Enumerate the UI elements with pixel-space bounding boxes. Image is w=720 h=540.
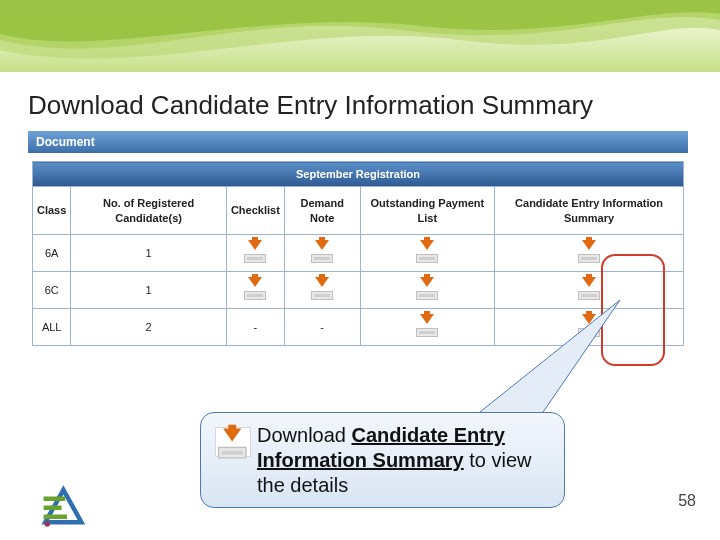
table-row: ALL2--: [33, 309, 684, 346]
download-icon[interactable]: [578, 278, 600, 300]
cell-demand-note[interactable]: [284, 272, 360, 309]
registration-table: September Registration Class No. of Regi…: [32, 161, 684, 346]
download-icon[interactable]: [416, 278, 438, 300]
col-class: Class: [33, 187, 71, 235]
slide-banner: [0, 0, 720, 72]
cell-registered: 1: [71, 272, 227, 309]
cell-demand-note[interactable]: [284, 235, 360, 272]
download-icon[interactable]: [416, 315, 438, 337]
callout-text-prefix: Download: [257, 424, 352, 446]
download-icon[interactable]: [416, 241, 438, 263]
cell-outstanding[interactable]: [360, 235, 495, 272]
download-icon[interactable]: [311, 241, 333, 263]
cell-outstanding[interactable]: [360, 309, 495, 346]
download-icon[interactable]: [578, 241, 600, 263]
download-icon[interactable]: [578, 315, 600, 337]
download-icon[interactable]: [311, 278, 333, 300]
ea-logo: [40, 484, 94, 528]
download-icon[interactable]: [244, 241, 266, 263]
callout-bubble: Download Candidate Entry Information Sum…: [200, 412, 565, 508]
cell-registered: 2: [71, 309, 227, 346]
svg-point-1: [45, 521, 50, 526]
cell-class: 6A: [33, 235, 71, 272]
cell-candidate-entry[interactable]: [495, 272, 684, 309]
cell-candidate-entry[interactable]: [495, 235, 684, 272]
table-row: 6A1: [33, 235, 684, 272]
banner-swoosh: [0, 0, 720, 72]
col-candidate-entry: Candidate Entry Information Summary: [495, 187, 684, 235]
col-registered: No. of Registered Candidate(s): [71, 187, 227, 235]
cell-checklist[interactable]: [226, 272, 284, 309]
download-icon[interactable]: [244, 278, 266, 300]
cell-outstanding[interactable]: [360, 272, 495, 309]
download-icon: [215, 427, 251, 457]
cell-registered: 1: [71, 235, 227, 272]
cell-checklist[interactable]: [226, 235, 284, 272]
cell-class: ALL: [33, 309, 71, 346]
col-outstanding: Outstanding Payment List: [360, 187, 495, 235]
page-number: 58: [678, 492, 696, 510]
slide-title: Download Candidate Entry Information Sum…: [28, 90, 720, 121]
cell-candidate-entry[interactable]: [495, 309, 684, 346]
col-demand-note: Demand Note: [284, 187, 360, 235]
cell-class: 6C: [33, 272, 71, 309]
table-row: 6C1: [33, 272, 684, 309]
cell-demand-note: -: [284, 309, 360, 346]
cell-checklist: -: [226, 309, 284, 346]
tab-document[interactable]: Document: [28, 131, 688, 153]
col-checklist: Checklist: [226, 187, 284, 235]
table-section-header: September Registration: [33, 162, 684, 187]
